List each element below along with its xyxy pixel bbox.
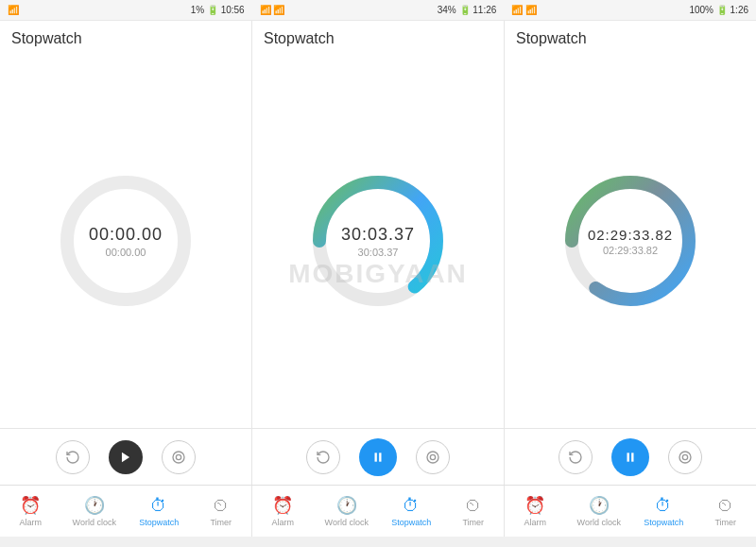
worldclock-icon-mid: 🕐: [336, 495, 357, 516]
nav-back-button[interactable]: ‹: [13, 537, 70, 547]
alarm-label-right: Alarm: [524, 518, 546, 527]
right-time-sub: 02:29:33.82: [588, 244, 673, 255]
status-signal-mid: 📶 📶: [260, 5, 285, 15]
svg-rect-13: [631, 453, 633, 461]
nav-recents-button-right[interactable]: □: [685, 537, 742, 547]
tab-timer-left[interactable]: ⏲ Timer: [202, 496, 240, 527]
nav-home-button-right[interactable]: ○: [602, 537, 659, 547]
mid-circle-area: 30:03.37 30:03.37: [252, 53, 504, 428]
left-lap-button[interactable]: [162, 440, 196, 474]
alarm-icon-right: ⏰: [524, 495, 545, 516]
bottom-controls: [0, 428, 756, 485]
mid-tab-bar: ⏰ Alarm 🕐 World clock ⏱ Stopwatch ⏲ Time…: [252, 486, 505, 537]
svg-point-14: [679, 452, 691, 463]
tab-alarm-right[interactable]: ⏰ Alarm: [516, 495, 554, 527]
status-bar-mid: 📶 📶 34% 🔋 11:26: [252, 0, 505, 21]
status-time-mid: 34% 🔋 11:26: [438, 5, 497, 15]
navigation-bar: ‹ ○ □ ‹ ○ □ ‹ ○ □: [0, 537, 756, 547]
left-time-sub: 00:00.00: [89, 246, 163, 257]
right-lap-button[interactable]: [668, 440, 702, 474]
right-controls-panel: [505, 428, 756, 485]
svg-marker-5: [122, 452, 129, 462]
timer-icon-left: ⏲: [213, 496, 230, 516]
nav-back-button-mid[interactable]: ‹: [266, 537, 322, 547]
svg-point-10: [427, 452, 438, 463]
tab-stopwatch-left[interactable]: ⏱ Stopwatch: [139, 496, 179, 527]
left-stopwatch-circle: 00:00.00 00:00.00: [55, 170, 197, 312]
worldclock-label-mid: World clock: [325, 518, 369, 527]
nav-home-button-mid[interactable]: ○: [350, 537, 406, 547]
right-tab-bar: ⏰ Alarm 🕐 World clock ⏱ Stopwatch ⏲ Time…: [505, 486, 756, 537]
status-time-left: 1% 🔋 10:56: [191, 5, 245, 15]
left-play-button[interactable]: [109, 440, 143, 474]
tab-timer-right[interactable]: ⏲ Timer: [707, 496, 745, 527]
nav-recents-button[interactable]: □: [181, 537, 238, 547]
timer-label-mid: Timer: [462, 518, 484, 527]
worldclock-label-right: World clock: [577, 518, 621, 527]
status-time-right: 100% 🔋 1:26: [689, 5, 748, 15]
tab-alarm-left[interactable]: ⏰ Alarm: [11, 495, 49, 527]
right-time-main: 02:29:33.82: [588, 226, 673, 242]
timer-icon-mid: ⏲: [465, 496, 482, 516]
tab-stopwatch-right[interactable]: ⏱ Stopwatch: [644, 496, 683, 527]
right-stopwatch-circle: 02:29:33.82 02:29:33.82: [559, 170, 701, 312]
tab-alarm-mid[interactable]: ⏰ Alarm: [264, 495, 301, 527]
mid-controls-panel: [252, 428, 505, 485]
left-reset-button[interactable]: [56, 440, 90, 474]
mid-time-sub: 30:03.37: [341, 246, 415, 257]
left-controls-panel: [0, 428, 252, 485]
worldclock-icon-left: 🕐: [84, 495, 105, 516]
tab-stopwatch-mid[interactable]: ⏱ Stopwatch: [391, 496, 431, 527]
svg-point-6: [173, 452, 184, 463]
right-reset-button[interactable]: [558, 440, 593, 474]
svg-rect-9: [379, 453, 381, 461]
mid-phone-panel: Stopwatch 30:03.37 30:03.37: [252, 21, 505, 428]
alarm-icon-mid: ⏰: [272, 495, 293, 516]
mid-stopwatch-circle: 30:03.37 30:03.37: [307, 170, 449, 312]
right-phone-panel: Stopwatch 02:29:33.82 02:29:33.82: [505, 21, 756, 428]
tab-worldclock-right[interactable]: 🕐 World clock: [577, 495, 621, 527]
svg-rect-12: [627, 453, 629, 461]
status-bar-right: 📶 📶 100% 🔋 1:26: [504, 0, 756, 21]
nav-home-button[interactable]: ○: [97, 537, 154, 547]
left-time-main: 00:00.00: [89, 224, 163, 244]
alarm-icon-left: ⏰: [20, 495, 41, 516]
worldclock-icon-right: 🕐: [589, 495, 610, 516]
right-panel-title: Stopwatch: [505, 21, 756, 53]
status-signal-right: 📶 📶: [511, 5, 537, 15]
tab-bars: ⏰ Alarm 🕐 World clock ⏱ Stopwatch ⏲ Time…: [0, 485, 756, 537]
main-content: Stopwatch 00:00.00 00:00.00 Stopwatch: [0, 21, 756, 428]
worldclock-label-left: World clock: [73, 518, 116, 527]
stopwatch-icon-mid: ⏱: [403, 496, 420, 516]
mid-lap-button[interactable]: [416, 440, 450, 474]
stopwatch-icon-left: ⏱: [150, 496, 167, 516]
svg-point-11: [430, 454, 435, 459]
mid-reset-button[interactable]: [306, 440, 340, 474]
right-pause-button[interactable]: [611, 438, 649, 476]
svg-point-15: [682, 454, 687, 459]
nav-recents-button-mid[interactable]: □: [434, 537, 490, 547]
stopwatch-label-left: Stopwatch: [139, 518, 179, 527]
tab-timer-mid[interactable]: ⏲ Timer: [455, 496, 492, 527]
left-panel-title: Stopwatch: [0, 21, 251, 53]
left-circle-area: 00:00.00 00:00.00: [0, 53, 251, 428]
mid-pause-button[interactable]: [359, 438, 397, 476]
tab-worldclock-left[interactable]: 🕐 World clock: [73, 495, 116, 527]
stopwatch-icon-right: ⏱: [655, 496, 672, 516]
timer-icon-right: ⏲: [717, 496, 734, 516]
svg-rect-8: [375, 453, 377, 461]
alarm-label-left: Alarm: [19, 518, 42, 527]
stopwatch-label-mid: Stopwatch: [391, 518, 431, 527]
mid-circle-inner: 30:03.37 30:03.37: [341, 224, 415, 257]
timer-label-right: Timer: [714, 518, 736, 527]
alarm-label-mid: Alarm: [271, 518, 294, 527]
right-circle-inner: 02:29:33.82 02:29:33.82: [588, 226, 673, 255]
mid-time-main: 30:03.37: [341, 224, 415, 244]
status-signal-left: 📶: [8, 5, 19, 15]
mid-panel-title: Stopwatch: [252, 21, 504, 53]
left-phone-panel: Stopwatch 00:00.00 00:00.00: [0, 21, 252, 428]
tab-worldclock-mid[interactable]: 🕐 World clock: [325, 495, 369, 527]
nav-back-button-right[interactable]: ‹: [518, 537, 575, 547]
stopwatch-label-right: Stopwatch: [644, 518, 683, 527]
left-tab-bar: ⏰ Alarm 🕐 World clock ⏱ Stopwatch ⏲ Time…: [0, 486, 252, 537]
